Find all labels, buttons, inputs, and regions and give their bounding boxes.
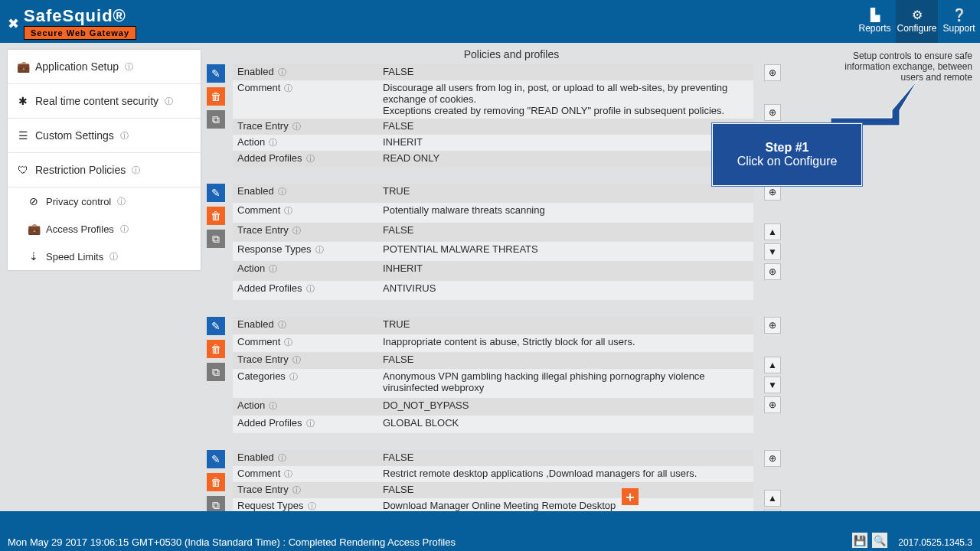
move-up-button[interactable]: ▲: [764, 357, 781, 373]
table-row: Enabled ⓘTRUE: [233, 317, 753, 334]
info-icon: ⓘ: [266, 401, 277, 410]
row-value: GLOBAL BLOCK: [378, 416, 753, 433]
trash-icon[interactable]: 🗑: [207, 87, 225, 106]
row-key: Enabled ⓘ: [233, 184, 378, 203]
move-down-button[interactable]: ▼: [764, 243, 781, 260]
target-button[interactable]: ⊕: [764, 450, 781, 467]
table-row: Trace Entry ⓘFALSE: [233, 223, 753, 242]
row-value: Inappropriate content is abuse, Strictly…: [378, 334, 753, 352]
info-icon: ⓘ: [117, 196, 126, 207]
target-button[interactable]: ⊕: [764, 263, 781, 280]
copy-icon[interactable]: ⧉: [207, 363, 225, 381]
status-bar: Mon May 29 2017 19:06:15 GMT+0530 (India…: [0, 511, 980, 551]
sidebar-item-label: Custom Settings: [35, 129, 114, 142]
page-title: Policies and profiles: [201, 43, 822, 65]
row-key: Added Profiles ⓘ: [233, 281, 378, 300]
row-value: Discourage all users from log in, post, …: [378, 80, 753, 119]
move-down-button[interactable]: ▼: [764, 510, 781, 511]
row-key: Action ⓘ: [233, 398, 378, 416]
row-value: Potentially malware threats scanning: [378, 203, 753, 222]
target-button[interactable]: ⊕: [764, 104, 781, 121]
sidebar-item-app-setup[interactable]: 💼 Application Setup ⓘ: [8, 50, 201, 84]
target-button[interactable]: ⊕: [764, 317, 781, 334]
svg-marker-0: [831, 80, 918, 126]
row-key: Enabled ⓘ: [233, 317, 378, 334]
briefcase-icon: 💼: [28, 223, 40, 235]
nav-configure[interactable]: ⚙ Configure: [896, 0, 938, 43]
sidebar-item-custom[interactable]: ☰ Custom Settings ⓘ: [8, 119, 201, 153]
nav-support-label: Support: [942, 23, 975, 34]
row-value: POTENTIAL MALWARE THREATS: [378, 242, 753, 261]
row-key: Categories ⓘ: [233, 369, 378, 398]
info-icon: ⓘ: [282, 83, 292, 93]
table-row: Comment ⓘPotentially malware threats sca…: [233, 203, 753, 222]
sidebar-item-privacy[interactable]: ⊘ Privacy control ⓘ: [8, 187, 201, 215]
info-icon: ⓘ: [120, 223, 129, 235]
row-key-label: Added Profiles: [237, 152, 302, 164]
info-icon: ⓘ: [304, 284, 315, 293]
info-icon: ⓘ: [304, 154, 315, 163]
nav-reports[interactable]: ▙ Reports: [854, 0, 896, 43]
row-key-label: Enabled: [237, 185, 274, 197]
edit-icon[interactable]: ✎: [207, 450, 225, 468]
target-button[interactable]: ⊕: [764, 184, 781, 201]
row-key-label: Comment: [237, 204, 280, 216]
edit-icon[interactable]: ✎: [207, 184, 225, 202]
target-button[interactable]: ⊕: [764, 64, 781, 81]
info-icon: ⓘ: [125, 61, 133, 73]
info-icon: ⓘ: [282, 206, 292, 215]
edit-icon[interactable]: ✎: [207, 317, 225, 335]
row-key: Comment ⓘ: [233, 80, 378, 119]
move-up-button[interactable]: ▲: [764, 490, 781, 507]
sidebar-item-speed[interactable]: ⇣ Speed Limits ⓘ: [8, 243, 201, 270]
sidebar-item-label: Real time content security: [35, 95, 158, 107]
row-key-label: Trace Entry: [237, 224, 289, 236]
info-icon: ⓘ: [132, 165, 140, 176]
row-value: TRUE: [378, 184, 753, 203]
table-row: Response Types ⓘPOTENTIAL MALWARE THREAT…: [233, 242, 753, 261]
nav-support[interactable]: ❔ Support: [938, 0, 980, 43]
copy-icon[interactable]: ⧉: [207, 110, 225, 129]
callout-box: Step #1 Click on Configure: [712, 123, 862, 186]
row-key-label: Added Profiles: [237, 417, 302, 429]
row-value: INHERIT: [378, 135, 753, 151]
info-icon: ⓘ: [276, 187, 286, 196]
row-value: Download Manager Online Meeting Remote D…: [378, 498, 753, 511]
row-value: DO_NOT_BYPASS: [378, 398, 753, 416]
search-button[interactable]: 🔍: [872, 533, 887, 548]
info-icon: ⓘ: [282, 337, 292, 347]
nav-reports-label: Reports: [858, 23, 890, 34]
add-policy-button[interactable]: ＋: [622, 488, 639, 505]
table-row: Comment ⓘRestrict remote desktop applica…: [233, 466, 753, 482]
target-button[interactable]: ⊕: [764, 396, 781, 413]
sliders-icon: ☰: [17, 129, 29, 142]
sidebar-item-restriction[interactable]: 🛡 Restriction Policies ⓘ: [8, 153, 201, 187]
edit-icon[interactable]: ✎: [207, 64, 225, 83]
row-key: Response Types ⓘ: [233, 242, 378, 261]
move-down-button[interactable]: ▼: [764, 377, 781, 393]
save-button[interactable]: 💾: [852, 533, 867, 548]
sidebar-item-realtime[interactable]: ✱ Real time content security ⓘ: [8, 84, 201, 119]
trash-icon[interactable]: 🗑: [207, 473, 225, 491]
row-key: Trace Entry ⓘ: [233, 352, 378, 370]
sidebar-item-label: Application Setup: [35, 60, 119, 73]
trash-icon[interactable]: 🗑: [207, 207, 225, 225]
move-up-button[interactable]: ▲: [764, 223, 781, 240]
info-icon: ⓘ: [313, 245, 324, 254]
sidebar-item-label: Speed Limits: [46, 251, 103, 262]
row-key-label: Request Types: [237, 500, 303, 511]
row-key: Comment ⓘ: [233, 334, 378, 352]
sidebar: 💼 Application Setup ⓘ ✱ Real time conten…: [8, 50, 201, 270]
sidebar-item-access[interactable]: 💼 Access Profiles ⓘ: [8, 215, 201, 243]
trash-icon[interactable]: 🗑: [207, 340, 225, 358]
copy-icon[interactable]: ⧉: [207, 230, 225, 248]
row-key: Enabled ⓘ: [233, 450, 378, 466]
row-key: Trace Entry ⓘ: [233, 223, 378, 242]
main-area: 💼 Application Setup ⓘ ✱ Real time conten…: [0, 43, 980, 511]
row-value: READ ONLY: [378, 151, 753, 167]
table-row: Enabled ⓘFALSE: [233, 450, 753, 466]
row-key-label: Enabled: [237, 66, 274, 77]
row-value: Anonymous VPN gambling hacking illegal p…: [378, 369, 753, 398]
copy-icon[interactable]: ⧉: [207, 496, 225, 511]
table-row: Action ⓘINHERIT: [233, 261, 753, 280]
